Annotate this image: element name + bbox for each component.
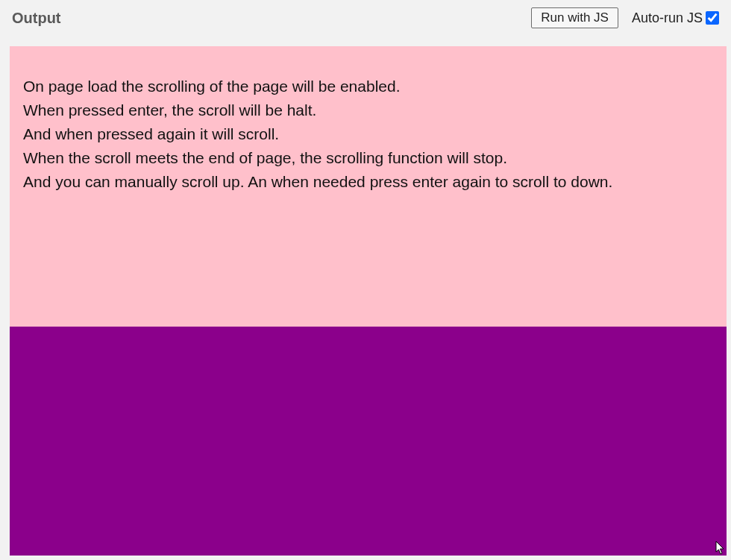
instruction-line: On page load the scrolling of the page w…: [23, 75, 713, 98]
instruction-line: When the scroll meets the end of page, t…: [23, 146, 713, 170]
instruction-line: And when pressed again it will scroll.: [23, 122, 713, 146]
autorun-js-label: Auto-run JS: [632, 10, 703, 26]
output-title: Output: [12, 10, 61, 27]
instruction-text: On page load the scrolling of the page w…: [23, 75, 713, 194]
run-with-js-button[interactable]: Run with JS: [531, 7, 618, 28]
output-header-bar: Output Run with JS Auto-run JS: [0, 0, 731, 39]
output-scroll-area[interactable]: On page load the scrolling of the page w…: [10, 46, 727, 556]
instruction-line: And you can manually scroll up. An when …: [23, 170, 713, 194]
autorun-js-checkbox[interactable]: [706, 11, 719, 25]
pink-panel: On page load the scrolling of the page w…: [10, 46, 727, 327]
purple-panel: [10, 327, 727, 556]
instruction-line: When pressed enter, the scroll will be h…: [23, 98, 713, 122]
